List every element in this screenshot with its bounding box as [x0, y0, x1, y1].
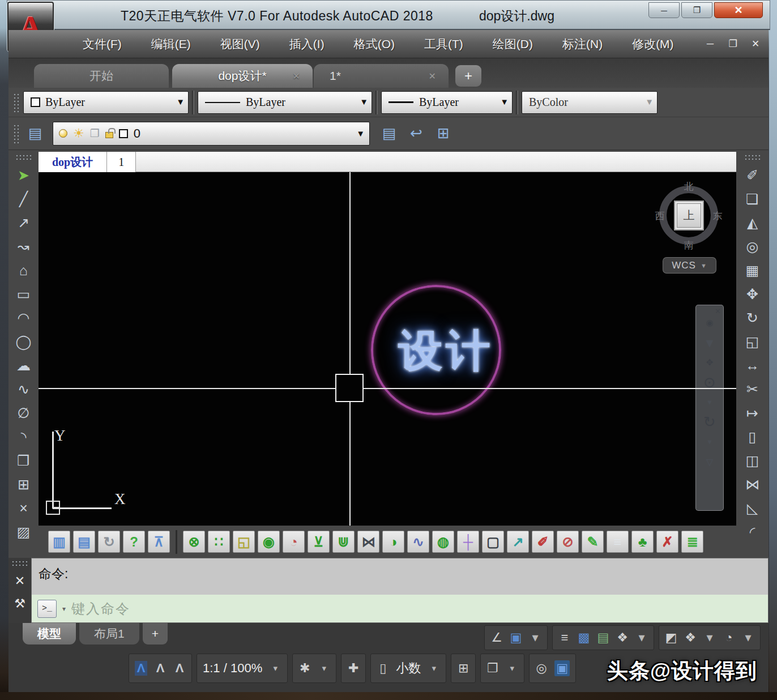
hardware-accel-group[interactable]: ❐ ▾ [480, 654, 524, 683]
menu-tools[interactable]: 工具(T) [409, 32, 478, 57]
insert-block-tool[interactable]: ❐ [12, 449, 36, 472]
tz-pin-icon[interactable]: ◍ [432, 531, 454, 553]
close-button[interactable]: ✕ [714, 2, 763, 18]
doc-minimize-button[interactable]: ─ [703, 39, 718, 50]
layer-translate-icon[interactable]: ⊞ [432, 122, 455, 145]
layer-previous-icon[interactable]: ↩ [405, 122, 428, 145]
revcloud-tool[interactable]: ☁ [12, 354, 36, 377]
tz-mode-icon[interactable]: Λ [135, 661, 147, 676]
ellipse-arc-tool[interactable]: ◝ [12, 425, 36, 448]
menu-modify[interactable]: 修改(M) [617, 32, 688, 57]
menu-file[interactable]: 文件(F) [68, 32, 136, 57]
navbar-close-icon[interactable]: ✕ [715, 307, 721, 315]
menu-format[interactable]: 格式(O) [339, 32, 409, 57]
linetype-dropdown[interactable]: ByLayer ▼ [198, 91, 372, 114]
tz-cross-wire-icon[interactable]: ┼ [457, 531, 479, 553]
line-tool[interactable]: ╱ [12, 187, 36, 210]
tz-cut-icon[interactable]: ✗ [656, 531, 678, 553]
tz-settings-icon[interactable]: ▥ [48, 531, 70, 553]
tz-lights-array-icon[interactable]: ∷ [208, 531, 230, 553]
spline-tool[interactable]: ∿ [12, 378, 36, 400]
break-at-point-tool[interactable]: ▯ [741, 425, 765, 448]
offset-tool[interactable]: ◎ [741, 235, 765, 258]
isodraft-icon[interactable]: ❖ [616, 630, 629, 645]
toolbar-grip[interactable] [15, 154, 32, 161]
showmotion-icon[interactable]: ▿ [699, 451, 720, 472]
tz-devices-icon[interactable]: ⋓ [332, 531, 355, 553]
break-tool[interactable]: ◫ [741, 449, 765, 472]
layer-properties-icon[interactable]: ▤ [23, 122, 47, 146]
new-tab-button[interactable]: + [455, 65, 481, 87]
plot-style-dropdown[interactable]: ByColor ▼ [522, 91, 658, 114]
tab-close-icon[interactable]: ✕ [293, 71, 300, 82]
toolbar-grip[interactable] [11, 560, 28, 567]
dropdown-caret-icon[interactable]: ▾ [699, 396, 720, 408]
stretch-tool[interactable]: ↔ [741, 354, 765, 377]
scale-selector[interactable]: 1:1 / 100% ▾ [197, 654, 288, 683]
tz-help-icon[interactable]: ? [123, 531, 145, 553]
tab-close-icon[interactable]: ✕ [429, 71, 436, 82]
dropdown-caret-icon[interactable]: ▾ [62, 605, 66, 613]
dropdown-caret-icon[interactable]: ▾ [742, 630, 754, 645]
object-color-dropdown[interactable]: ByLayer ▼ [23, 91, 189, 114]
restore-button[interactable]: ❐ [681, 2, 712, 18]
units-selector[interactable]: ▯ 小数 ▾ [370, 654, 446, 683]
tz-save-icon[interactable]: ▤ [73, 531, 95, 553]
polygon-tool[interactable]: ⌂ [12, 259, 36, 281]
trim-tool[interactable]: ✂ [741, 378, 765, 400]
erase-tool[interactable]: ✐ [741, 164, 765, 186]
annotation-visibility-icon[interactable]: ◩ [665, 630, 677, 645]
toolbar-grip[interactable] [744, 154, 761, 161]
settings-gear-group[interactable]: ✱ ▾ [292, 654, 336, 683]
command-input-placeholder[interactable]: 键入命令 [71, 600, 130, 618]
tz-table-icon[interactable]: ♣ [631, 531, 654, 553]
command-input-row[interactable]: >_ ▾ 键入命令 [32, 595, 768, 622]
layer-dropdown[interactable]: ☀ ❐ 0 ▼ [53, 122, 370, 146]
tz-node-icon[interactable]: ◉ [258, 531, 280, 553]
command-close-icon[interactable]: ✕ [15, 570, 25, 592]
menu-draw[interactable]: 绘图(D) [478, 32, 548, 57]
rectangle-tool[interactable]: ▭ [12, 283, 36, 305]
menu-edit[interactable]: 编辑(E) [136, 32, 206, 57]
point-tool[interactable]: × [12, 497, 36, 519]
hatch-tool[interactable]: ▨ [12, 520, 36, 543]
wrench-icon[interactable]: ⚒ [14, 592, 25, 615]
join-tool[interactable]: ⋈ [741, 473, 765, 496]
quick-calc-group[interactable]: ⊞ [451, 654, 476, 683]
doc-tab-1[interactable]: 1 [107, 152, 136, 172]
annotation-scale-icon[interactable]: ◔ [723, 630, 735, 645]
tab-layout1[interactable]: 布局1 [79, 623, 139, 644]
tz-edit-icon[interactable]: ✎ [582, 531, 604, 553]
ellipse-tool[interactable]: ∅ [12, 402, 36, 424]
select-tool[interactable]: ➤ [12, 164, 36, 186]
fillet-tool[interactable]: ◜ [741, 520, 765, 543]
create-block-tool[interactable]: ⊞ [12, 473, 36, 496]
tz-install-icon[interactable]: ⊼ [148, 531, 170, 553]
command-prompt-icon[interactable]: >_ [37, 600, 57, 618]
xray-icon[interactable]: ▩ [578, 630, 590, 645]
tz-ortho-icon[interactable]: Λ [173, 661, 186, 676]
tab-dop-design-active[interactable]: dop设计* ✕ [172, 64, 313, 88]
copy-tool[interactable]: ❏ [741, 187, 765, 210]
doc-close-button[interactable]: ✕ [748, 38, 763, 50]
rotate-tool[interactable]: ↻ [741, 306, 765, 329]
tz-select-box-icon[interactable]: ▢ [482, 531, 504, 553]
crosshair-plus-icon[interactable]: ✚ [347, 661, 360, 676]
tz-brush-icon[interactable]: ✐ [532, 531, 554, 553]
layer-unlock-icon[interactable] [105, 132, 113, 138]
layer-states-icon[interactable]: ▤ [378, 122, 400, 145]
layer-viewport-icon[interactable]: ❐ [90, 127, 100, 140]
dropdown-caret-icon[interactable]: ▾ [699, 332, 720, 353]
tab-model[interactable]: 模型 [23, 623, 76, 644]
tz-arc-wire-icon[interactable]: ◔ [283, 531, 305, 553]
viewcube-west[interactable]: 西 [652, 210, 667, 223]
viewcube-top-face[interactable]: 上 [674, 200, 704, 231]
orbit-icon[interactable]: ↻ [699, 412, 720, 432]
tab-drawing1[interactable]: 1* ✕ [314, 64, 449, 88]
lineweight-dropdown[interactable]: ByLayer ▼ [381, 91, 513, 114]
tab-start[interactable]: 开始 [34, 64, 169, 88]
tz-snap-icon[interactable]: Λ [154, 661, 166, 676]
tz-wire-icon[interactable]: ⊗ [183, 531, 205, 553]
annotation-icon[interactable]: ▤ [597, 630, 609, 645]
doc-restore-button[interactable]: ❐ [725, 38, 740, 50]
